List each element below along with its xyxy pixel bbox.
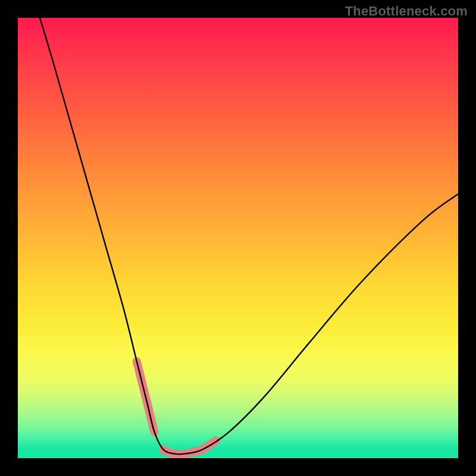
bottleneck-curve xyxy=(40,18,458,455)
plot-area xyxy=(18,18,458,458)
curve-svg xyxy=(18,18,458,458)
watermark-label: TheBottleneck.com xyxy=(345,4,468,19)
outer-frame: TheBottleneck.com xyxy=(0,0,476,476)
